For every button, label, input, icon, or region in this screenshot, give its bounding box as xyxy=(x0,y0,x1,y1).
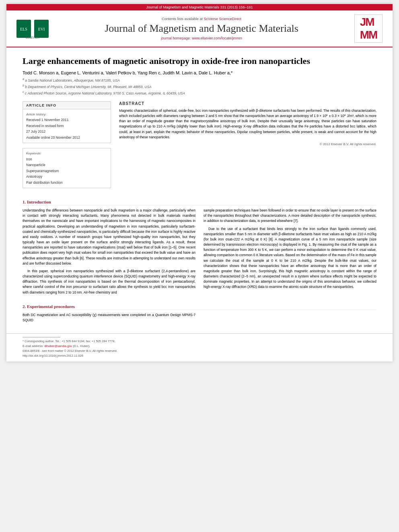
svg-text:EVI: EVI xyxy=(38,27,45,31)
section-2-col2 xyxy=(204,312,376,325)
homepage-label: journal homepage: xyxy=(161,36,191,40)
journal-homepage: journal homepage: www.elsevier.com/locat… xyxy=(56,36,348,40)
section-introduction: 1. Introduction Understanding the differ… xyxy=(23,199,376,298)
received-date: Received 1 November 2011 xyxy=(26,117,107,123)
affiliation-a: a a Sandia National Laboratories, Albuqu… xyxy=(23,77,376,83)
affiliation-c: c c Advanced Photon Source, Argonne Nati… xyxy=(23,90,376,96)
article-info-box: ARTICLE INFO Article history: Received 1… xyxy=(23,101,111,143)
authors: Todd C. Monson a, Eugene L. Venturini a,… xyxy=(23,70,376,75)
journal-logo-text: JMMM xyxy=(360,16,377,41)
page: Journal of Magnetism and Magnetic Materi… xyxy=(6,4,393,362)
abstract-col: ABSTRACT Magnetic characterization of sp… xyxy=(119,101,376,193)
section-2-col1: Both DC magnetization and AC susceptibil… xyxy=(23,312,195,325)
elsevier-logo-icon: ELS EVI ELSEVIER xyxy=(16,18,49,40)
history-label: Article history: xyxy=(26,112,107,117)
footer-area: * Corresponding author. Tel.: +1 505 844… xyxy=(6,333,393,362)
intro-p1: Understanding the differences between na… xyxy=(23,208,195,266)
available-date: Available online 23 November 2012 xyxy=(26,135,107,140)
keyword-2: Nanoparticle xyxy=(26,162,107,168)
intro-p3: sample preparation techniques have been … xyxy=(204,208,376,224)
article-info-content: Article history: Received 1 November 201… xyxy=(23,109,111,143)
section-2-heading: 2. Experimental procedures xyxy=(23,304,376,310)
sciverse-link[interactable]: SciVerse ScienceDirect xyxy=(204,17,242,21)
section-experimental: 2. Experimental procedures Both DC magne… xyxy=(23,304,376,325)
abstract-text: Magnetic characterization of spherical, … xyxy=(119,108,376,140)
contents-line: Contents lists available at SciVerse Sci… xyxy=(56,17,348,21)
footnote-star: * Corresponding author. Tel.: +1 505 844… xyxy=(23,339,117,344)
header-center: Contents lists available at SciVerse Sci… xyxy=(56,17,348,40)
section-1-number: 1. xyxy=(23,199,26,204)
keyword-5: Pair distribution function xyxy=(26,180,107,185)
received-revised-label: Received in revised form xyxy=(26,123,107,129)
affiliation-b: b b Department of Physics, Central Michi… xyxy=(23,83,376,90)
section-1-col1: Understanding the differences between na… xyxy=(23,208,195,298)
journal-title: Journal of Magnetism and Magnetic Materi… xyxy=(56,23,348,35)
section-2-number: 2. xyxy=(23,304,26,309)
article-info-header: ARTICLE INFO xyxy=(23,102,111,109)
exp-p1: Both DC magnetization and AC susceptibil… xyxy=(23,312,195,323)
revised-date: 27 July 2012 xyxy=(26,129,107,134)
journal-bar-text: Journal of Magnetism and Magnetic Materi… xyxy=(146,5,253,9)
svg-text:ELSEVIER: ELSEVIER xyxy=(26,36,39,39)
email-address: dlhuber@sandia.gov xyxy=(44,344,72,348)
section-1-cols: Understanding the differences between na… xyxy=(23,208,376,298)
section-1-title: Introduction xyxy=(27,199,51,204)
email-line: E-mail address: dlhuber@sandia.gov (D.L.… xyxy=(23,344,117,349)
email-name: (D.L. Huber). xyxy=(73,344,90,348)
header-area: ELS EVI ELSEVIER Contents lists availabl… xyxy=(6,10,393,47)
abstract-title: ABSTRACT xyxy=(119,101,376,106)
intro-p4: Due to the use of a surfactant that bind… xyxy=(204,226,376,290)
keywords-label: Keywords: xyxy=(26,151,107,156)
article-info-col: ARTICLE INFO Article history: Received 1… xyxy=(23,101,111,193)
keyword-1: Iron xyxy=(26,156,107,162)
copyright: © 2012 Elsevier B.V. All rights reserved… xyxy=(119,142,376,146)
main-content: Large enhancements of magnetic anisotrop… xyxy=(6,47,393,333)
doi-line: http://dx.doi.org/10.1016/j.jmmm.2012.11… xyxy=(23,353,117,358)
keywords-content: Keywords: Iron Nanoparticle Superparamag… xyxy=(23,148,111,188)
section-1-heading: 1. Introduction xyxy=(23,199,376,205)
intro-p2: In this paper, spherical iron nanopartic… xyxy=(23,269,195,295)
homepage-url: www.elsevier.com/locate/jmmm xyxy=(192,36,242,40)
keywords-box: Keywords: Iron Nanoparticle Superparamag… xyxy=(23,148,111,188)
section-1-col2: sample preparation techniques have been … xyxy=(204,208,376,298)
footer-note: * Corresponding author. Tel.: +1 505 844… xyxy=(23,337,117,358)
contents-text: Contents lists available at xyxy=(162,17,204,21)
journal-bar: Journal of Magnetism and Magnetic Materi… xyxy=(6,4,393,10)
svg-text:ELS: ELS xyxy=(20,27,27,31)
keywords-list: Iron Nanoparticle Superparamagnetism Ani… xyxy=(26,156,107,185)
email-label: E-mail address: xyxy=(23,344,43,348)
article-title: Large enhancements of magnetic anisotrop… xyxy=(23,55,376,67)
header-left: ELS EVI ELSEVIER xyxy=(14,18,51,40)
footer-divider xyxy=(23,337,60,337)
keyword-4: Anisotropy xyxy=(26,174,107,179)
section-2-cols: Both DC magnetization and AC susceptibil… xyxy=(23,312,376,325)
issn-line: 0304-8853/$ - see front matter © 2012 El… xyxy=(23,349,117,353)
affiliations: a a Sandia National Laboratories, Albuqu… xyxy=(23,77,376,97)
section-2-title: Experimental procedures xyxy=(27,304,75,309)
keyword-3: Superparamagnetism xyxy=(26,168,107,174)
header-right: JMMM xyxy=(352,14,385,43)
journal-logo-box: JMMM xyxy=(354,14,383,43)
sciverse-text: SciVerse ScienceDirect xyxy=(204,17,242,21)
authors-text: Todd C. Monson a, Eugene L. Venturini a,… xyxy=(23,70,232,75)
info-abstract-row: ARTICLE INFO Article history: Received 1… xyxy=(23,101,376,193)
